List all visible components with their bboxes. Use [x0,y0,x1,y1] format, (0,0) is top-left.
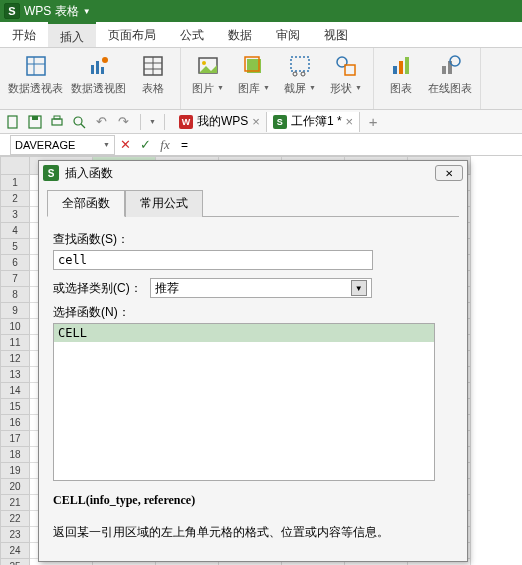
menu-tabs: 开始插入页面布局公式数据审阅视图 [0,22,522,48]
row-header[interactable]: 20 [0,479,30,495]
title-dropdown-icon[interactable]: ▼ [83,7,91,16]
category-select[interactable]: 推荐 ▼ [150,278,372,298]
save-icon[interactable] [26,113,44,131]
row-header[interactable]: 5 [0,239,30,255]
wps-green-icon: S [273,115,287,129]
online-chart-button[interactable]: 在线图表 [424,50,476,107]
row-header[interactable]: 4 [0,223,30,239]
add-tab-button[interactable]: + [364,113,382,131]
row-header[interactable]: 8 [0,287,30,303]
onlinechart-icon [439,55,461,77]
function-description: 返回某一引用区域的左上角单元格的格式、位置或内容等信息。 [53,524,453,540]
row-header[interactable]: 25 [0,559,30,565]
table-button[interactable]: 表格 [130,50,176,107]
row-header[interactable]: 6 [0,255,30,271]
search-function-input[interactable] [53,250,373,270]
redo-icon[interactable]: ↷ [114,113,132,131]
undo-icon[interactable]: ↶ [92,113,110,131]
row-header[interactable]: 16 [0,415,30,431]
row-header[interactable]: 24 [0,543,30,559]
pivot-table-button[interactable]: 数据透视表 [4,50,67,107]
svg-point-31 [74,117,82,125]
dialog-tab-1[interactable]: 常用公式 [125,190,203,217]
doc-tab-label: 我的WPS [197,113,248,130]
print-preview-icon[interactable] [70,113,88,131]
pivot-chart-button[interactable]: 数据透视图 [67,50,130,107]
menu-tab-0[interactable]: 开始 [0,22,48,47]
close-tab-icon[interactable]: × [252,114,260,129]
row-header[interactable]: 14 [0,383,30,399]
function-listbox[interactable]: CELL [53,323,435,481]
row-header[interactable]: 9 [0,303,30,319]
row-header[interactable]: 3 [0,207,30,223]
row-header[interactable]: 12 [0,351,30,367]
dialog-tab-0[interactable]: 全部函数 [47,190,125,217]
svg-rect-29 [52,119,62,125]
list-label: 选择函数(N)： [53,304,453,321]
select-all-cell[interactable] [0,156,30,175]
dropdown-icon: ▼ [309,82,316,94]
row-header[interactable]: 22 [0,511,30,527]
svg-rect-28 [32,116,38,120]
menu-tab-1[interactable]: 插入 [48,22,96,47]
svg-rect-20 [393,66,397,74]
row-header[interactable]: 7 [0,271,30,287]
svg-rect-0 [27,57,45,75]
menu-tab-6[interactable]: 视图 [312,22,360,47]
name-box-dropdown-icon[interactable]: ▼ [103,141,110,148]
ribbon-label: 图库▼ [238,82,270,94]
formula-bar: DAVERAGE ▼ ✕ ✓ fx [0,134,522,156]
formula-input[interactable] [175,135,522,155]
cancel-formula-icon[interactable]: ✕ [115,135,135,155]
ribbon-label: 图表 [390,82,412,94]
menu-tab-4[interactable]: 数据 [216,22,264,47]
svg-rect-3 [91,65,94,74]
gallery-button[interactable]: 图库▼ [231,50,277,107]
shapes-button[interactable]: 形状▼ [323,50,369,107]
doc-tab-label: 工作簿1 * [291,113,342,130]
row-header[interactable]: 19 [0,463,30,479]
picture-button[interactable]: 图片▼ [185,50,231,107]
menu-tab-2[interactable]: 页面布局 [96,22,168,47]
my-wps-tab[interactable]: W我的WPS× [173,112,267,132]
svg-rect-22 [405,57,409,74]
menu-tab-3[interactable]: 公式 [168,22,216,47]
dialog-titlebar[interactable]: S 插入函数 ✕ [39,161,467,185]
row-header[interactable]: 10 [0,319,30,335]
close-tab-icon[interactable]: × [346,114,354,129]
picture-icon [197,55,219,77]
name-box[interactable]: DAVERAGE ▼ [10,135,115,155]
fx-icon[interactable]: fx [155,135,175,155]
dialog-close-button[interactable]: ✕ [435,165,463,181]
ribbon-label: 数据透视图 [71,82,126,94]
screenshot-button[interactable]: 截屏▼ [277,50,323,107]
function-signature: CELL(info_type, reference) [53,493,453,508]
row-header[interactable]: 13 [0,367,30,383]
row-header[interactable]: 11 [0,335,30,351]
chart-icon [390,55,412,77]
svg-line-32 [81,124,85,128]
svg-point-12 [202,61,206,65]
menu-tab-5[interactable]: 审阅 [264,22,312,47]
chart-button[interactable]: 图表 [378,50,424,107]
svg-rect-4 [96,61,99,74]
svg-rect-15 [291,57,309,71]
print-icon[interactable] [48,113,66,131]
row-header[interactable]: 1 [0,175,30,191]
row-header[interactable]: 17 [0,431,30,447]
snip-icon [289,55,311,77]
workbook-tab[interactable]: S工作簿1 *× [267,112,360,132]
row-header[interactable]: 2 [0,191,30,207]
ribbon-label: 表格 [142,82,164,94]
dialog-title: 插入函数 [65,165,435,182]
row-header[interactable]: 18 [0,447,30,463]
qa-more-icon[interactable]: ▼ [149,118,156,125]
row-header[interactable]: 23 [0,527,30,543]
row-header[interactable]: 15 [0,399,30,415]
accept-formula-icon[interactable]: ✓ [135,135,155,155]
function-list-item[interactable]: CELL [54,324,434,342]
category-label: 或选择类别(C)： [53,280,142,297]
new-icon[interactable] [4,113,22,131]
svg-point-6 [102,57,108,63]
row-header[interactable]: 21 [0,495,30,511]
